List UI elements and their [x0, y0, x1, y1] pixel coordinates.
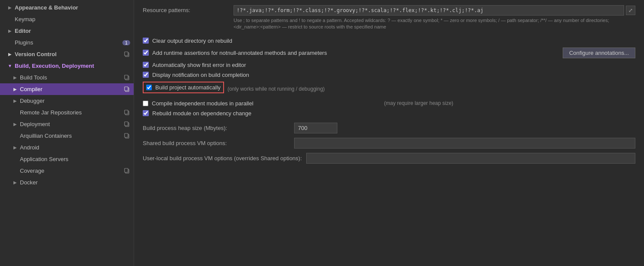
- sidebar-item-debugger[interactable]: ▶ Debugger: [0, 95, 134, 107]
- svg-rect-7: [125, 110, 128, 114]
- resource-patterns-label: Resource patterns:: [143, 5, 229, 13]
- sidebar-item-keymap[interactable]: Keymap: [0, 13, 134, 25]
- sidebar-item-build-exec-deploy[interactable]: ▼ Build, Execution, Deployment: [0, 60, 134, 72]
- display-notification-label: Display notification on build completion: [152, 72, 635, 78]
- svg-rect-5: [125, 87, 128, 91]
- add-runtime-checkbox[interactable]: [143, 50, 149, 56]
- build-auto-row: Build project automatically (only works …: [143, 82, 635, 97]
- sidebar-item-plugins[interactable]: Plugins 1: [0, 37, 134, 48]
- sidebar-item-arquillian[interactable]: Arquillian Containers: [0, 130, 134, 142]
- arrow-icon: ▶: [12, 75, 18, 80]
- shared-vm-input[interactable]: [294, 138, 635, 149]
- user-vm-row: User-local build process VM options (ove…: [143, 153, 635, 164]
- copy-icon: [124, 168, 130, 174]
- clear-output-label: Clear output directory on rebuild: [152, 38, 635, 44]
- clear-output-checkbox[interactable]: [143, 38, 149, 44]
- compile-parallel-checkbox[interactable]: [143, 101, 148, 106]
- copy-icon: [124, 133, 130, 139]
- settings-main: Resource patterns: ⤢ Use ; to separate p…: [134, 0, 644, 266]
- resource-patterns-row: Resource patterns: ⤢ Use ; to separate p…: [143, 5, 635, 31]
- auto-show-error-checkbox[interactable]: [143, 62, 149, 68]
- arrow-icon: ▼: [7, 63, 13, 68]
- heap-size-label: Build process heap size (Mbytes):: [143, 125, 290, 131]
- compile-parallel-note: (may require larger heap size): [384, 100, 453, 106]
- auto-show-error-row: Automatically show first error in editor: [143, 62, 635, 68]
- sidebar-item-build-tools[interactable]: ▶ Build Tools: [0, 72, 134, 83]
- compile-parallel-row: Compile independent modules in parallel …: [143, 100, 635, 107]
- rebuild-dependency-label: Rebuild module on dependency change: [152, 110, 635, 117]
- sidebar-item-editor[interactable]: ▶ Editor: [0, 25, 134, 37]
- arrow-icon: ▶: [7, 5, 13, 10]
- svg-rect-13: [125, 168, 128, 172]
- rebuild-dependency-checkbox[interactable]: [143, 110, 149, 116]
- display-notification-checkbox[interactable]: [143, 72, 149, 78]
- sidebar-item-android[interactable]: ▶ Android: [0, 142, 134, 153]
- arrow-icon: ▶: [7, 52, 13, 57]
- plugins-badge: 1: [122, 40, 130, 45]
- arrow-icon: ▶: [12, 87, 18, 92]
- arrow-icon: ▶: [12, 98, 18, 103]
- arrow-icon: ▶: [12, 122, 18, 127]
- user-vm-input[interactable]: [306, 153, 635, 164]
- sidebar-item-remote-jar[interactable]: Remote Jar Repositories: [0, 107, 134, 118]
- build-auto-note: (only works while not running / debuggin…: [227, 86, 325, 92]
- sidebar-item-app-servers[interactable]: Application Servers: [0, 153, 134, 165]
- compile-parallel-label: Compile independent modules in parallel: [152, 100, 253, 107]
- heap-size-row: Build process heap size (Mbytes):: [143, 123, 635, 133]
- sidebar-item-docker[interactable]: ▶ Docker: [0, 177, 134, 188]
- copy-icon: [124, 75, 130, 81]
- settings-sidebar: ▶ Appearance & Behavior Keymap ▶ Editor …: [0, 0, 134, 266]
- shared-vm-label: Shared build process VM options:: [143, 140, 290, 146]
- svg-rect-3: [125, 75, 128, 79]
- resource-hint-text: Use ; to separate patterns and ! to nega…: [234, 17, 635, 31]
- add-runtime-row: Add runtime assertions for notnull-annot…: [143, 48, 635, 58]
- clear-output-row: Clear output directory on rebuild: [143, 38, 635, 44]
- sidebar-item-compiler[interactable]: ▶ Compiler: [0, 83, 134, 95]
- user-vm-label: User-local build process VM options (ove…: [143, 155, 302, 162]
- build-auto-highlight-box: Build project automatically: [143, 82, 224, 93]
- copy-icon: [124, 110, 130, 116]
- rebuild-dependency-row: Rebuild module on dependency change: [143, 110, 635, 117]
- sidebar-item-deployment[interactable]: ▶ Deployment: [0, 118, 134, 130]
- build-auto-checkbox[interactable]: [146, 85, 152, 90]
- copy-icon: [124, 86, 130, 92]
- sidebar-item-appearance[interactable]: ▶ Appearance & Behavior: [0, 2, 134, 13]
- heap-size-input[interactable]: [294, 123, 337, 133]
- configure-annotations-button[interactable]: Configure annotations...: [563, 48, 635, 58]
- resource-patterns-wrapper: ⤢ Use ; to separate patterns and ! to ne…: [234, 5, 635, 31]
- expand-resource-button[interactable]: ⤢: [626, 6, 635, 15]
- auto-show-error-label: Automatically show first error in editor: [152, 62, 635, 68]
- resource-patterns-input[interactable]: [234, 5, 624, 16]
- arrow-icon: ▶: [12, 180, 18, 185]
- add-runtime-label: Add runtime assertions for notnull-annot…: [152, 50, 555, 56]
- copy-icon: [124, 121, 130, 127]
- sidebar-item-version-control[interactable]: ▶ Version Control: [0, 48, 134, 60]
- svg-rect-9: [125, 122, 128, 126]
- display-notification-row: Display notification on build completion: [143, 72, 635, 78]
- arrow-icon: ▶: [12, 145, 18, 150]
- svg-rect-1: [125, 52, 128, 56]
- build-auto-label: Build project automatically: [155, 84, 221, 91]
- copy-icon: [124, 51, 130, 57]
- arrow-icon: ▶: [7, 28, 13, 33]
- sidebar-item-coverage[interactable]: Coverage: [0, 165, 134, 177]
- shared-vm-row: Shared build process VM options:: [143, 138, 635, 149]
- svg-rect-11: [125, 133, 128, 137]
